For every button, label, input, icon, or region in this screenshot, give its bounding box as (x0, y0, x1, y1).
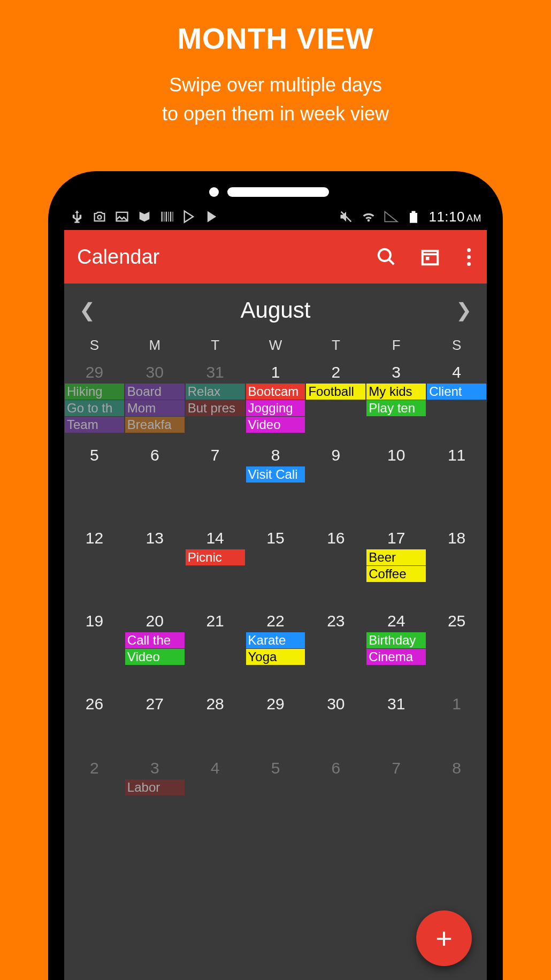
day-cell[interactable]: 1 (426, 693, 487, 757)
day-cell[interactable]: 4 (185, 757, 246, 821)
day-cell[interactable]: 18 (426, 527, 487, 610)
calendar-grid[interactable]: 29HikingGo to thTeam30BoardMomBreakfa31R… (64, 361, 487, 821)
event-chip[interactable]: Bootcam (246, 384, 305, 400)
day-cell[interactable]: 2Football (305, 361, 366, 444)
day-cell[interactable]: 15 (246, 527, 306, 610)
event-chip[interactable]: Play ten (366, 400, 426, 416)
event-chip[interactable]: Relax (186, 384, 245, 400)
day-cell[interactable]: 11 (426, 444, 487, 527)
day-cell[interactable]: 29HikingGo to thTeam (64, 361, 125, 444)
event-chip[interactable]: Mom (125, 400, 185, 416)
day-cell[interactable]: 29 (246, 693, 306, 757)
day-number: 9 (305, 446, 366, 466)
day-cell[interactable]: 31RelaxBut pres (185, 361, 246, 444)
day-number: 6 (125, 446, 185, 466)
event-chip[interactable]: Client (427, 384, 486, 400)
event-chip[interactable]: Football (306, 384, 365, 400)
day-cell[interactable]: 25 (426, 610, 487, 693)
day-cell[interactable]: 30BoardMomBreakfa (125, 361, 185, 444)
day-cell[interactable]: 23 (305, 610, 366, 693)
day-cell[interactable]: 17BeerCoffee (366, 527, 426, 610)
day-number: 21 (185, 612, 246, 632)
phone-speaker (227, 187, 329, 197)
day-cell[interactable]: 4Client (426, 361, 487, 444)
event-chip[interactable]: My kids (366, 384, 426, 400)
day-cell[interactable]: 5 (64, 444, 125, 527)
event-chip[interactable]: Labor (125, 779, 185, 795)
day-cell[interactable]: 5 (246, 757, 306, 821)
day-cell[interactable]: 31 (366, 693, 426, 757)
event-chip[interactable]: Yoga (246, 649, 305, 665)
day-number: 30 (305, 695, 366, 715)
event-chip[interactable]: Picnic (186, 549, 245, 565)
day-number: 26 (64, 695, 125, 715)
event-chip[interactable]: Video (246, 417, 305, 433)
day-number: 30 (125, 363, 185, 384)
day-cell[interactable]: 28 (185, 693, 246, 757)
day-number: 8 (426, 759, 487, 779)
barcode-icon (159, 209, 174, 224)
day-cell[interactable]: 30 (305, 693, 366, 757)
dow-label: S (426, 337, 487, 354)
day-cell[interactable]: 26 (64, 693, 125, 757)
day-cell[interactable]: 16 (305, 527, 366, 610)
day-cell[interactable]: 19 (64, 610, 125, 693)
add-event-fab[interactable]: + (416, 910, 472, 966)
event-chip[interactable]: Beer (366, 549, 426, 565)
day-cell[interactable]: 10 (366, 444, 426, 527)
today-icon[interactable] (420, 247, 440, 267)
event-chip[interactable]: Board (125, 384, 185, 400)
event-chip[interactable]: But pres (186, 400, 245, 416)
prev-month-button[interactable]: ❮ (79, 299, 95, 321)
status-bar: 11:10AM (64, 203, 487, 230)
day-cell[interactable]: 3Labor (125, 757, 185, 821)
event-chip[interactable]: Hiking (65, 384, 124, 400)
promo-title: MONTH VIEW (0, 21, 551, 56)
day-number: 5 (246, 759, 306, 779)
event-chip[interactable]: Video (125, 649, 185, 665)
search-icon[interactable] (376, 247, 396, 267)
day-number: 14 (185, 529, 246, 549)
day-cell[interactable]: 8Visit Cali (246, 444, 306, 527)
day-number: 29 (246, 695, 306, 715)
day-cell[interactable]: 7 (185, 444, 246, 527)
day-cell[interactable]: 7 (366, 757, 426, 821)
next-month-button[interactable]: ❯ (456, 299, 472, 321)
day-cell[interactable]: 13 (125, 527, 185, 610)
usb-icon (70, 209, 85, 224)
event-chip[interactable]: Go to th (65, 400, 124, 416)
day-cell[interactable]: 20Call theVideo (125, 610, 185, 693)
day-cell[interactable]: 6 (125, 444, 185, 527)
day-cell[interactable]: 9 (305, 444, 366, 527)
day-number: 4 (185, 759, 246, 779)
event-chip[interactable]: Call the (125, 632, 185, 648)
wifi-icon (361, 209, 376, 224)
event-chip[interactable]: Birthday (366, 632, 426, 648)
event-chip[interactable]: Cinema (366, 649, 426, 665)
dow-label: W (246, 337, 306, 354)
day-cell[interactable]: 6 (305, 757, 366, 821)
day-number: 17 (366, 529, 426, 549)
day-cell[interactable]: 3My kidsPlay ten (366, 361, 426, 444)
day-cell[interactable]: 1BootcamJoggingVideo (246, 361, 306, 444)
app-bar: Calendar (64, 230, 487, 284)
day-cell[interactable]: 24BirthdayCinema (366, 610, 426, 693)
day-cell[interactable]: 12 (64, 527, 125, 610)
dow-label: T (305, 337, 366, 354)
dow-label: M (125, 337, 185, 354)
event-chip[interactable]: Visit Cali (246, 466, 305, 483)
event-chip[interactable]: Jogging (246, 400, 305, 416)
day-cell[interactable]: 2 (64, 757, 125, 821)
overflow-menu-icon[interactable] (464, 248, 474, 266)
phone-frame: 11:10AM Calendar ❮ August ❯ SMTWTFS 29Hi… (48, 171, 503, 980)
event-chip[interactable]: Karate (246, 632, 305, 648)
day-cell[interactable]: 22KarateYoga (246, 610, 306, 693)
day-cell[interactable]: 8 (426, 757, 487, 821)
event-chip[interactable]: Coffee (366, 566, 426, 582)
day-cell[interactable]: 14Picnic (185, 527, 246, 610)
event-chip[interactable]: Breakfa (125, 417, 185, 433)
day-cell[interactable]: 27 (125, 693, 185, 757)
day-number: 27 (125, 695, 185, 715)
day-cell[interactable]: 21 (185, 610, 246, 693)
event-chip[interactable]: Team (65, 417, 124, 433)
